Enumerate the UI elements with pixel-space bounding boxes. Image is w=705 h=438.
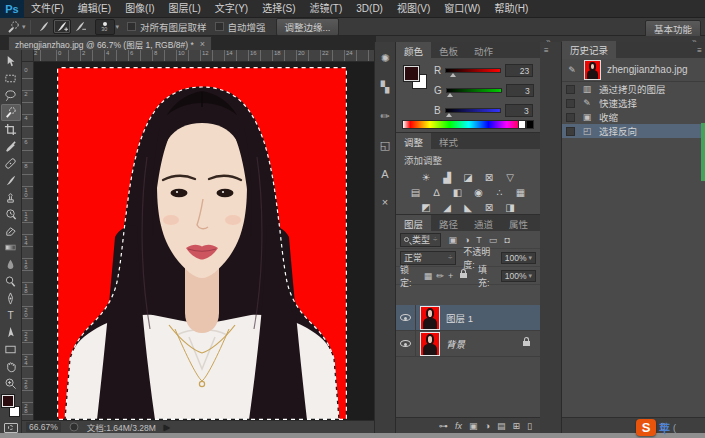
filter-pixel-layers-icon[interactable]: ▣ <box>448 235 457 245</box>
close-tab-icon[interactable]: × <box>200 39 205 49</box>
layer-name[interactable]: 背景 <box>446 337 465 351</box>
menu-file[interactable]: 文件(F) <box>24 0 71 18</box>
layer-filter-type-select[interactable]: 类型 ÷ <box>400 233 441 247</box>
ps-logo[interactable]: Ps <box>0 0 24 18</box>
background-color-swatch[interactable] <box>9 406 20 417</box>
foreground-color-swatch[interactable] <box>2 395 14 407</box>
history-state-row[interactable]: ▣ 收缩 <box>562 110 705 124</box>
history-snapshot-row[interactable]: ✎ zhengjianzhao.jpg <box>562 58 705 82</box>
new-selection-brush-button[interactable] <box>35 19 53 34</box>
filter-shape-layers-icon[interactable]: ▭ <box>489 235 498 245</box>
red-slider[interactable] <box>445 68 501 73</box>
filter-smart-objects-icon[interactable]: ◘ <box>504 235 509 245</box>
chevron-down-icon[interactable]: ▾ <box>116 23 120 31</box>
blue-slider-thumb[interactable] <box>446 113 452 117</box>
new-layer-icon[interactable]: ⊞ <box>513 421 521 431</box>
tab-color[interactable]: 颜色 <box>396 42 431 58</box>
eyedropper-tool[interactable] <box>1 138 21 155</box>
add-to-selection-brush-button[interactable] <box>53 19 71 34</box>
panel-menu-icon[interactable]: ≡ <box>544 46 548 55</box>
auto-enhance-checkbox[interactable] <box>215 22 224 31</box>
crop-tool[interactable] <box>1 121 21 138</box>
tab-swatches[interactable]: 色板 <box>431 42 466 58</box>
character-dock-icon[interactable]: A <box>381 168 388 180</box>
menu-type[interactable]: 文字(Y) <box>208 0 255 18</box>
tool-preset-picker[interactable] <box>4 19 22 34</box>
tab-history[interactable]: 历史记录 <box>562 41 616 59</box>
path-selection-tool[interactable] <box>1 324 21 341</box>
add-layer-mask-icon[interactable]: ▣ <box>469 421 478 431</box>
brush-size-picker[interactable]: 30 <box>95 19 115 35</box>
fill-field[interactable]: 100% ▾ <box>501 270 536 282</box>
blue-slider[interactable] <box>445 108 501 113</box>
history-source-well[interactable] <box>566 113 575 122</box>
levels-icon[interactable]: ▟ <box>440 171 454 184</box>
brush-presets-dock-icon[interactable]: ✏ <box>380 110 389 123</box>
visibility-column[interactable] <box>396 331 416 356</box>
eye-icon[interactable] <box>400 314 411 321</box>
tab-styles[interactable]: 样式 <box>431 133 466 149</box>
rectangle-tool[interactable] <box>1 341 21 358</box>
brush-tool[interactable] <box>1 172 21 189</box>
tab-actions[interactable]: 动作 <box>466 42 501 58</box>
snapshot-thumbnail[interactable] <box>584 60 601 80</box>
layer-row-layer1[interactable]: 图层 1 <box>396 305 540 331</box>
new-adjustment-layer-icon[interactable]: ◑ <box>485 421 490 431</box>
canvas-area[interactable]: 2 0 2 4 6 8 10 12 14 16 18 20 22 24 0 2 … <box>22 50 374 433</box>
filter-adjustment-layers-icon[interactable]: ◑ <box>464 235 469 245</box>
ruler-corner[interactable] <box>22 50 34 62</box>
hue-saturation-icon[interactable]: ▤ <box>409 186 423 199</box>
red-value-field[interactable]: 23 <box>505 64 533 77</box>
color-spectrum-ramp[interactable] <box>402 120 526 129</box>
tab-properties[interactable]: 属性 <box>501 215 536 231</box>
opacity-field[interactable]: 100% ▾ <box>501 252 536 264</box>
id-photo-document[interactable] <box>57 67 347 420</box>
adjustments-dock-icon[interactable]: ✺ <box>380 52 389 65</box>
exposure-icon[interactable]: ⊠ <box>482 171 496 184</box>
history-state-label[interactable]: 选择反向 <box>599 124 637 138</box>
chevron-down-icon[interactable]: ▾ <box>529 272 533 280</box>
lock-transparency-icon[interactable]: ▦ <box>424 271 433 281</box>
chevron-down-icon[interactable]: ▾ <box>22 23 26 31</box>
zoom-tool[interactable] <box>1 375 21 392</box>
history-state-row[interactable]: ✎ 快速选择 <box>562 96 705 110</box>
history-state-label[interactable]: 收缩 <box>599 110 618 124</box>
tool-presets-dock-icon[interactable]: × <box>382 196 388 208</box>
black-white-icon[interactable]: ◧ <box>451 186 465 199</box>
layer-name[interactable]: 图层 1 <box>446 311 473 325</box>
history-source-well[interactable] <box>566 85 575 94</box>
move-tool[interactable] <box>1 53 21 70</box>
red-slider-thumb[interactable] <box>450 73 456 77</box>
healing-brush-tool[interactable] <box>1 155 21 172</box>
sample-all-layers-checkbox[interactable] <box>127 22 136 31</box>
pen-tool[interactable] <box>1 290 21 307</box>
browser-scrollbar-thumb[interactable] <box>701 123 705 181</box>
panel-menu-icon[interactable]: ≡ <box>697 46 701 55</box>
tab-channels[interactable]: 通道 <box>466 215 501 231</box>
gradient-tool[interactable] <box>1 239 21 256</box>
blue-value-field[interactable]: 3 <box>505 104 533 117</box>
clone-stamp-tool[interactable] <box>1 189 21 206</box>
curves-icon[interactable]: ◪ <box>461 171 475 184</box>
white-swatch[interactable] <box>518 120 526 129</box>
history-brush-source-icon[interactable]: ✎ <box>566 65 578 75</box>
menu-window[interactable]: 窗口(W) <box>437 0 487 18</box>
quick-mask-button[interactable] <box>4 423 18 433</box>
history-state-row[interactable]: ▥ 通过拷贝的图层 <box>562 82 705 96</box>
green-slider[interactable] <box>446 88 502 93</box>
status-options-arrow-icon[interactable]: ▶ <box>164 423 170 432</box>
tab-adjustments[interactable]: 调整 <box>396 133 431 149</box>
green-value-field[interactable]: 3 <box>506 84 534 97</box>
vibrance-icon[interactable]: ▽ <box>503 171 517 184</box>
posterize-icon[interactable]: ◢ <box>440 201 454 214</box>
menu-image[interactable]: 图像(I) <box>118 0 161 18</box>
type-tool[interactable]: T <box>1 307 21 324</box>
new-group-icon[interactable]: ▤ <box>497 421 506 431</box>
gradient-map-icon[interactable]: ◨ <box>503 201 517 214</box>
black-swatch[interactable] <box>526 120 534 129</box>
lock-all-icon[interactable] <box>460 273 467 278</box>
menu-view[interactable]: 视图(V) <box>390 0 437 18</box>
eraser-tool[interactable] <box>1 223 21 240</box>
layer-style-fx-icon[interactable]: fx <box>455 421 462 431</box>
layer-thumbnail[interactable] <box>420 332 440 356</box>
